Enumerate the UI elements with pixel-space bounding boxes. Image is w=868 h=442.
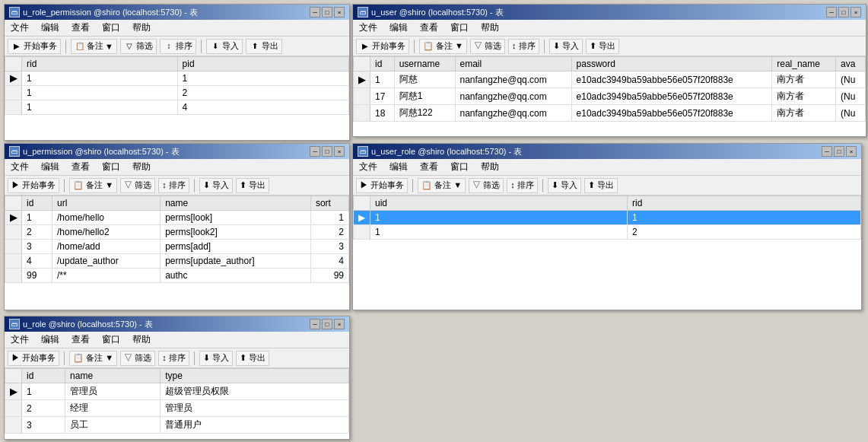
minimize-btn-rp[interactable]: ─ [310, 7, 320, 17]
menu-edit-up[interactable]: 编辑 [38, 160, 62, 174]
table-row[interactable]: 1 4 [5, 100, 349, 115]
table-row[interactable]: 4 /update_author perms[update_author] 4 [5, 254, 349, 269]
menu-edit-uur[interactable]: 编辑 [386, 160, 411, 174]
menu-file-uur[interactable]: 文件 [356, 160, 380, 174]
menu-file-uu[interactable]: 文件 [356, 21, 380, 35]
menu-window-ur[interactable]: 窗口 [99, 332, 123, 347]
maximize-btn-uur[interactable]: □ [834, 146, 844, 157]
btn-import-ur[interactable]: ⬇ 导入 [199, 351, 233, 366]
table-row[interactable]: ▶ 1 阿慈 nanfangzhe@qq.com e10adc3949ba59a… [354, 72, 866, 88]
col-name-ur[interactable]: name [65, 369, 161, 383]
btn-import-uur[interactable]: ⬇ 导入 [548, 178, 581, 193]
maximize-btn-up[interactable]: □ [322, 146, 332, 157]
table-row[interactable]: 1 2 [5, 86, 349, 100]
col-rid[interactable]: rid [22, 57, 178, 72]
btn-export-uur[interactable]: ⬆ 导出 [584, 178, 618, 193]
btn-note-ur[interactable]: 📋 备注 ▼ [69, 351, 117, 366]
table-row[interactable]: 99 /** authc 99 [5, 269, 349, 283]
minimize-btn-ur[interactable]: ─ [310, 319, 320, 329]
btn-sort-up[interactable]: ↕ 排序 [158, 178, 189, 193]
menu-window-uur[interactable]: 窗口 [447, 160, 472, 174]
menu-window-up[interactable]: 窗口 [99, 160, 123, 174]
btn-filter-uu[interactable]: ▽ 筛选 [470, 39, 505, 54]
menu-help-uu[interactable]: 帮助 [478, 21, 502, 35]
btn-import-uu[interactable]: ⬇ 导入 [549, 39, 583, 54]
btn-transaction-rp[interactable]: ▶ 开始事务 [8, 39, 61, 54]
table-row[interactable]: 2 经理 管理员 [5, 400, 349, 417]
btn-sort-uu[interactable]: ↕ 排序 [508, 39, 539, 54]
menu-edit-ur[interactable]: 编辑 [38, 332, 62, 347]
btn-import-rp[interactable]: ⬇ 导入 [206, 39, 243, 54]
table-row[interactable]: 3 员工 普通用户 [5, 417, 349, 434]
minimize-btn-up[interactable]: ─ [310, 146, 320, 157]
btn-transaction-uu[interactable]: ▶ 开始事务 [356, 39, 409, 54]
btn-sort-rp[interactable]: ↕ 排序 [160, 39, 196, 54]
close-btn-ur[interactable]: × [334, 319, 345, 329]
col-id-up[interactable]: id [22, 196, 52, 211]
close-btn-up[interactable]: × [334, 146, 345, 157]
table-row[interactable]: ▶ 1 管理员 超级管理员权限 [5, 383, 349, 400]
menu-file-rp[interactable]: 文件 [8, 21, 32, 35]
menu-edit-rp[interactable]: 编辑 [38, 21, 62, 35]
btn-transaction-uur[interactable]: ▶ 开始事务 [356, 178, 408, 193]
menu-file-ur[interactable]: 文件 [8, 332, 32, 347]
maximize-btn-rp[interactable]: □ [322, 7, 332, 17]
col-name[interactable]: name [161, 196, 311, 211]
menu-file-up[interactable]: 文件 [8, 160, 32, 174]
btn-export-uu[interactable]: ⬆ 导出 [586, 39, 619, 54]
table-row[interactable]: 18 阿慈122 nanfangzhe@qq.com e10adc3949ba5… [354, 105, 866, 122]
col-sort[interactable]: sort [310, 196, 348, 211]
table-row[interactable]: 1 2 [354, 225, 861, 240]
maximize-btn-uu[interactable]: □ [838, 7, 849, 17]
col-ava[interactable]: ava [836, 57, 866, 72]
close-btn-rp[interactable]: × [334, 7, 345, 17]
btn-transaction-up[interactable]: ▶ 开始事务 [8, 178, 59, 193]
table-row[interactable]: 2 /home/hello2 perms[look2] 2 [5, 225, 349, 240]
menu-help-up[interactable]: 帮助 [129, 160, 154, 174]
col-realname[interactable]: real_name [772, 57, 836, 72]
menu-help-uur[interactable]: 帮助 [478, 160, 502, 174]
menu-edit-uu[interactable]: 编辑 [386, 21, 411, 35]
col-email[interactable]: email [455, 57, 571, 72]
btn-import-up[interactable]: ⬇ 导入 [199, 178, 233, 193]
menu-window-rp[interactable]: 窗口 [99, 21, 123, 35]
table-row[interactable]: 17 阿慈1 nanfangzhe@qq.com e10adc3949ba59a… [354, 88, 866, 105]
col-url[interactable]: url [52, 196, 160, 211]
btn-filter-uur[interactable]: ▽ 筛选 [469, 178, 504, 193]
col-password[interactable]: password [571, 57, 772, 72]
btn-note-rp[interactable]: 📋 备注 ▼ [71, 39, 117, 54]
menu-view-rp[interactable]: 查看 [68, 21, 93, 35]
btn-filter-up[interactable]: ▽ 筛选 [120, 178, 155, 193]
col-id-ur[interactable]: id [22, 369, 65, 383]
menu-view-uu[interactable]: 查看 [417, 21, 441, 35]
menu-view-uur[interactable]: 查看 [417, 160, 441, 174]
close-btn-uur[interactable]: × [846, 146, 857, 157]
menu-view-up[interactable]: 查看 [68, 160, 93, 174]
btn-export-rp[interactable]: ⬆ 导出 [246, 39, 282, 54]
menu-help-rp[interactable]: 帮助 [129, 21, 154, 35]
table-row[interactable]: 3 /home/add perms[add] 3 [5, 240, 349, 254]
btn-transaction-ur[interactable]: ▶ 开始事务 [8, 351, 59, 366]
btn-filter-rp[interactable]: ▽ 筛选 [120, 39, 157, 54]
menu-help-ur[interactable]: 帮助 [129, 332, 154, 347]
col-type-ur[interactable]: type [161, 369, 349, 383]
btn-note-up[interactable]: 📋 备注 ▼ [69, 178, 117, 193]
menu-window-uu[interactable]: 窗口 [447, 21, 472, 35]
table-row[interactable]: ▶ 1 1 [354, 211, 861, 225]
btn-note-uu[interactable]: 📋 备注 ▼ [419, 39, 467, 54]
col-username[interactable]: username [394, 57, 455, 72]
minimize-btn-uur[interactable]: ─ [822, 146, 832, 157]
col-pid[interactable]: pid [177, 57, 348, 72]
close-btn-uu[interactable]: × [851, 7, 861, 17]
btn-sort-uur[interactable]: ↕ 排序 [507, 178, 538, 193]
col-uid[interactable]: uid [370, 196, 628, 211]
btn-note-uur[interactable]: 📋 备注 ▼ [418, 178, 466, 193]
maximize-btn-ur[interactable]: □ [322, 319, 332, 329]
minimize-btn-uu[interactable]: ─ [826, 7, 837, 17]
btn-export-ur[interactable]: ⬆ 导出 [236, 351, 269, 366]
table-row[interactable]: ▶ 1 /home/hello perms[look] 1 [5, 211, 349, 225]
btn-sort-ur[interactable]: ↕ 排序 [158, 351, 189, 366]
table-row[interactable]: ▶ 1 1 [5, 72, 349, 86]
col-rid-uur[interactable]: rid [628, 196, 861, 211]
col-id-uu[interactable]: id [370, 57, 395, 72]
